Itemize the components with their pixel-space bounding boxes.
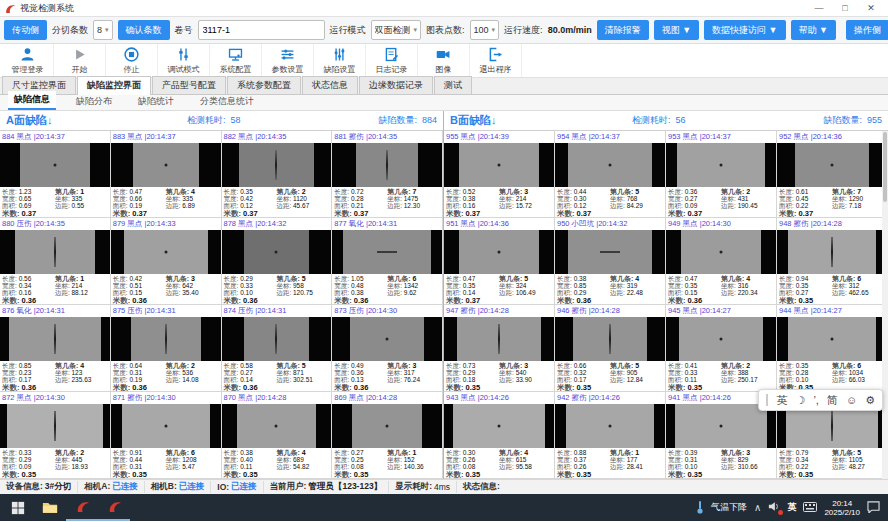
defect-image[interactable] <box>555 317 665 361</box>
main-tab-3[interactable]: 系统参数配置 <box>227 76 301 94</box>
ime-emoji-icon[interactable]: ☺ <box>846 390 857 410</box>
data-quick-access-button[interactable]: 数据快捷访问 ▼ <box>704 20 785 40</box>
sub-tab-3[interactable]: 分类信息统计 <box>194 93 260 110</box>
main-tab-4[interactable]: 状态信息 <box>302 76 358 94</box>
defect-cell[interactable]: 945 黑点 |20:14:27 长度: 0.41 宽度: 0.33 面积: 0… <box>666 305 777 392</box>
defect-cell[interactable]: 952 黑点 |20:14:36 长度: 0.61 宽度: 0.45 面积: 0… <box>777 131 888 218</box>
clear-alarm-button[interactable]: 清除报警 <box>597 20 649 40</box>
defect-cell[interactable]: 870 黑点 |20:14:28 长度: 0.38 宽度: 0.40 面积: 0… <box>222 392 333 479</box>
defect-image[interactable] <box>222 143 332 187</box>
file-explorer-icon[interactable] <box>34 494 66 521</box>
ime-keyboard-icon[interactable] <box>803 502 817 514</box>
defect-cell[interactable]: 942 擦伤 |20:14:26 长度: 0.88 宽度: 0.37 面积: 0… <box>555 392 666 479</box>
defect-image[interactable] <box>332 230 442 274</box>
taskbar-clock[interactable]: 20:14 2025/2/10 <box>824 499 860 517</box>
defect-image[interactable] <box>332 143 442 187</box>
defect-cell[interactable]: 873 压伤 |20:14:30 长度: 0.49 宽度: 0.36 面积: 0… <box>332 305 443 392</box>
defect-cell[interactable]: 943 黑点 |20:14:26 长度: 0.30 宽度: 0.26 面积: 0… <box>444 392 555 479</box>
defect-image[interactable] <box>0 317 110 361</box>
action-log-button[interactable]: 日志记录 <box>366 44 418 77</box>
defect-image[interactable] <box>222 404 332 448</box>
defect-cell[interactable]: 877 氧化 |20:14:31 长度: 1.05 宽度: 0.48 面积: 0… <box>332 218 443 305</box>
defect-image[interactable] <box>332 404 442 448</box>
defect-image[interactable] <box>555 230 665 274</box>
hidden-icons-chevron[interactable]: ∧ <box>754 502 761 513</box>
action-stop-button[interactable]: 停止 <box>106 44 158 77</box>
maximize-button[interactable]: □ <box>832 1 858 15</box>
defect-cell[interactable]: 951 黑点 |20:14:36 长度: 0.47 宽度: 0.35 面积: 0… <box>444 218 555 305</box>
defect-image[interactable] <box>111 230 221 274</box>
defect-image[interactable] <box>777 143 887 187</box>
defect-image[interactable] <box>111 317 221 361</box>
defect-image[interactable] <box>222 317 332 361</box>
ime-toolbar[interactable]: 英☽’,简☺⚙ <box>758 389 883 411</box>
action-start-button[interactable]: 开始 <box>54 44 106 77</box>
drive-side-button[interactable]: 传动侧 <box>4 20 47 40</box>
main-tab-5[interactable]: 边缘数据记录 <box>359 76 433 94</box>
start-button[interactable] <box>2 494 34 521</box>
defect-image[interactable] <box>0 230 110 274</box>
sub-tab-1[interactable]: 缺陷分布 <box>70 93 118 110</box>
defect-cell[interactable]: 871 擦伤 |20:14:30 长度: 0.91 宽度: 0.44 面积: 0… <box>111 392 222 479</box>
action-image-button[interactable]: 图像 <box>418 44 470 77</box>
defect-cell[interactable]: 881 擦伤 |20:14:35 长度: 0.72 宽度: 0.28 面积: 0… <box>332 131 443 218</box>
volume-icon[interactable] <box>768 501 780 514</box>
defect-image[interactable] <box>666 317 776 361</box>
defect-cell[interactable]: 883 黑点 |20:14:37 长度: 0.47 宽度: 0.66 面积: 0… <box>111 131 222 218</box>
defect-cell[interactable]: 876 氧化 |20:14:31 长度: 0.85 宽度: 0.23 面积: 0… <box>0 305 111 392</box>
ime-settings-icon[interactable]: ⚙ <box>865 390 875 410</box>
defect-cell[interactable]: 946 擦伤 |20:14:28 长度: 0.66 宽度: 0.32 面积: 0… <box>555 305 666 392</box>
defect-image[interactable] <box>666 143 776 187</box>
defect-image[interactable] <box>444 317 554 361</box>
help-menu-button[interactable]: 帮助 ▼ <box>791 20 836 40</box>
operator-side-button[interactable]: 操作侧 <box>846 20 888 40</box>
view-menu-button[interactable]: 视图 ▼ <box>654 20 699 40</box>
defect-cell[interactable]: 947 擦伤 |20:14:28 长度: 0.73 宽度: 0.29 面积: 0… <box>444 305 555 392</box>
defect-image[interactable] <box>222 230 332 274</box>
defect-cell[interactable]: 950 小凹坑 |20:14:32 长度: 0.38 宽度: 0.85 面积: … <box>555 218 666 305</box>
defect-cell[interactable]: 884 黑点 |20:14:37 长度: 1.23 宽度: 0.65 面积: 0… <box>0 131 111 218</box>
defect-image[interactable] <box>666 230 776 274</box>
sub-tab-2[interactable]: 缺陷统计 <box>132 93 180 110</box>
roll-number-input[interactable] <box>198 20 325 40</box>
defect-cell[interactable]: 882 黑点 |20:14:35 长度: 0.35 宽度: 0.42 面积: 0… <box>222 131 333 218</box>
defect-cell[interactable]: 872 黑点 |20:14:30 长度: 0.33 宽度: 0.29 面积: 0… <box>0 392 111 479</box>
action-debug-button[interactable]: 调试模式 <box>158 44 210 77</box>
ime-simplified-mode[interactable]: 简 <box>827 390 838 410</box>
defect-image[interactable] <box>111 404 221 448</box>
defect-cell[interactable]: 953 黑点 |20:14:37 长度: 0.36 宽度: 0.27 面积: 0… <box>666 131 777 218</box>
ime-english-mode[interactable]: 英 <box>777 390 788 410</box>
defect-image[interactable] <box>555 404 665 448</box>
defect-cell[interactable]: 948 擦伤 |20:14:28 长度: 0.94 宽度: 0.35 面积: 0… <box>777 218 888 305</box>
defect-image[interactable] <box>0 143 110 187</box>
close-button[interactable]: ✕ <box>858 1 884 15</box>
defect-cell[interactable]: 949 黑点 |20:14:30 长度: 0.47 宽度: 0.35 面积: 0… <box>666 218 777 305</box>
notification-center-icon[interactable] <box>867 501 880 515</box>
defect-cell[interactable]: 880 压伤 |20:14:35 长度: 0.56 宽度: 0.34 面积: 0… <box>0 218 111 305</box>
main-tab-6[interactable]: 测试 <box>434 76 472 94</box>
ime-drag-handle[interactable] <box>766 394 769 406</box>
defect-image[interactable] <box>444 404 554 448</box>
defect-image[interactable] <box>777 317 887 361</box>
defect-cell[interactable]: 879 黑点 |20:14:33 长度: 0.42 宽度: 0.51 面积: 0… <box>111 218 222 305</box>
defect-image[interactable] <box>444 230 554 274</box>
defect-cell[interactable]: 874 压伤 |20:14:31 长度: 0.58 宽度: 0.27 面积: 0… <box>222 305 333 392</box>
chart-points-select[interactable]: 100 ▾ <box>470 20 500 40</box>
inspection-app-taskbar-icon-2[interactable] <box>98 494 130 521</box>
action-exit-button[interactable]: 退出程序 <box>470 44 522 77</box>
defect-cell[interactable]: 869 黑点 |20:14:28 长度: 0.27 宽度: 0.25 面积: 0… <box>332 392 443 479</box>
action-defectset-button[interactable]: 缺陷设置 <box>314 44 366 77</box>
defect-image[interactable] <box>777 230 887 274</box>
panel-b-scrollbar[interactable] <box>882 131 888 479</box>
confirm-count-button[interactable]: 确认条数 <box>118 20 170 40</box>
defect-cell[interactable]: 878 黑点 |20:14:32 长度: 0.29 宽度: 0.33 面积: 0… <box>222 218 333 305</box>
defect-cell[interactable]: 875 压伤 |20:14:31 长度: 0.64 宽度: 0.31 面积: 0… <box>111 305 222 392</box>
action-sysconfig-button[interactable]: 系统配置 <box>210 44 262 77</box>
weather-text[interactable]: 气温下降 <box>711 501 747 514</box>
defect-image[interactable] <box>111 143 221 187</box>
defect-cell[interactable]: 944 黑点 |20:14:27 长度: 0.35 宽度: 0.28 面积: 0… <box>777 305 888 392</box>
main-tab-2[interactable]: 产品型号配置 <box>152 76 226 94</box>
ime-moon-icon[interactable]: ☽ <box>796 390 806 410</box>
action-params-button[interactable]: 参数设置 <box>262 44 314 77</box>
defect-cell[interactable]: 954 黑点 |20:14:37 长度: 0.44 宽度: 0.30 面积: 0… <box>555 131 666 218</box>
